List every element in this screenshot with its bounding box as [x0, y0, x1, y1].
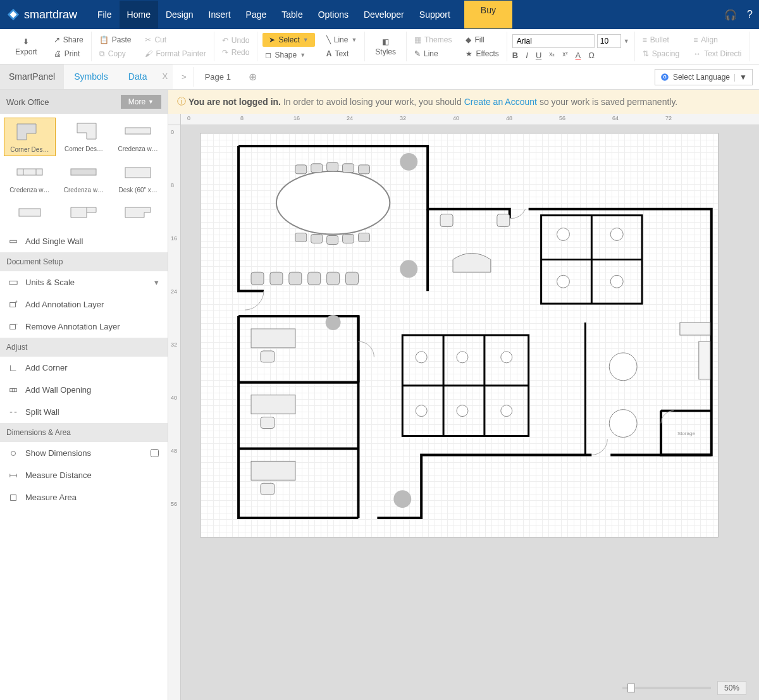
superscript-button[interactable]: x²	[562, 51, 567, 60]
tab-close[interactable]: X	[157, 64, 173, 89]
svg-point-40	[326, 315, 341, 330]
bold-button[interactable]: B	[512, 51, 518, 60]
more-button[interactable]: More▼	[121, 95, 161, 109]
subscript-button[interactable]: x₂	[549, 51, 555, 60]
show-dimensions[interactable]: Show Dimensions	[0, 442, 168, 464]
svg-rect-35	[308, 272, 321, 285]
effects-button[interactable]: ★Effects	[463, 48, 501, 59]
clear-format-button[interactable]: Ω	[588, 51, 595, 60]
add-single-wall[interactable]: Add Single Wall	[0, 230, 168, 252]
direction-icon: ↔	[693, 49, 701, 58]
page-nav-next[interactable]: >	[175, 67, 194, 87]
symbol-credenza-3[interactable]: Credenza w…	[58, 159, 110, 196]
symbol-desk-60[interactable]: Desk (60" x…	[112, 159, 164, 196]
svg-point-21	[276, 171, 390, 235]
split-wall[interactable]: Split Wall	[0, 401, 168, 423]
menu-design[interactable]: Design	[158, 1, 201, 28]
show-dims-checkbox[interactable]	[151, 449, 159, 457]
menu-developer[interactable]: Developer	[356, 1, 412, 28]
font-color-button[interactable]: A	[576, 51, 581, 60]
fill-button[interactable]: ◆Fill	[463, 34, 501, 46]
text-button[interactable]: AText	[324, 48, 360, 59]
headset-icon[interactable]: 🎧	[724, 9, 737, 21]
styles-button[interactable]: ◧ Styles	[370, 35, 401, 59]
add-annotation[interactable]: + Add Annotation Layer	[0, 293, 168, 316]
themes-button[interactable]: ▦Themes	[412, 34, 454, 46]
symbol-extra-1[interactable]	[4, 199, 56, 226]
svg-rect-26	[359, 165, 370, 174]
buy-button[interactable]: Buy	[464, 1, 512, 28]
font-size-input[interactable]	[597, 34, 621, 48]
remove-annotation[interactable]: − Remove Annotation Layer	[0, 316, 168, 338]
paste-button[interactable]: 📋Paste	[97, 34, 134, 46]
menu-options[interactable]: Options	[311, 1, 356, 28]
copy-button[interactable]: ⧉Copy	[97, 48, 134, 59]
menu-file[interactable]: File	[90, 1, 120, 28]
undo-button[interactable]: ↶Undo	[219, 35, 252, 46]
layer-remove-icon: −	[9, 322, 18, 331]
menu-page[interactable]: Page	[238, 1, 275, 28]
select-button[interactable]: ➤Select▼	[262, 33, 314, 47]
redo-button[interactable]: ↷Redo	[219, 47, 252, 58]
menu-home[interactable]: Home	[120, 1, 158, 28]
symbol-credenza-2[interactable]: Credenza w…	[4, 159, 56, 196]
spacing-button[interactable]: ⇅Spacing	[640, 48, 682, 59]
create-account-link[interactable]: Create an Account	[464, 97, 537, 107]
data-tab[interactable]: Data	[118, 64, 157, 89]
smartpanel-tab[interactable]: SmartPanel	[0, 64, 64, 89]
print-button[interactable]: 🖨Print	[51, 48, 86, 59]
zoom-thumb[interactable]	[627, 684, 635, 692]
opening-icon	[9, 386, 18, 395]
language-selector[interactable]: G Select Language |▼	[655, 69, 753, 85]
adjust-header: Adjust	[0, 338, 168, 357]
line-button[interactable]: ╲Line▼	[324, 34, 360, 46]
svg-text:+: +	[15, 300, 18, 304]
line-style-button[interactable]: ✎Line	[412, 48, 454, 59]
page-1-tab[interactable]: Page 1	[194, 65, 242, 89]
symbol-extra-2[interactable]	[58, 199, 110, 226]
units-scale[interactable]: Units & Scale ▾	[0, 271, 168, 293]
floor-plan-drawing[interactable]: Storage	[200, 133, 719, 537]
font-family-input[interactable]	[512, 34, 595, 48]
symbol-credenza-1[interactable]: Credenza w…	[112, 118, 164, 156]
menu-support[interactable]: Support	[412, 1, 458, 28]
cut-button[interactable]: ✂Cut	[142, 34, 208, 46]
measure-area[interactable]: Measure Area	[0, 486, 168, 508]
align-button[interactable]: ≡Align	[691, 34, 744, 46]
symbol-extra-3[interactable]	[112, 199, 164, 226]
share-button[interactable]: ↗Share	[51, 34, 86, 46]
svg-rect-11	[10, 240, 17, 243]
svg-rect-22	[295, 165, 307, 174]
add-page-button[interactable]: ⊕	[242, 66, 263, 88]
help-icon[interactable]: ?	[747, 9, 753, 21]
symbols-tab[interactable]: Symbols	[64, 64, 118, 89]
svg-point-39	[400, 260, 417, 278]
measure-distance[interactable]: Measure Distance	[0, 464, 168, 486]
canvas-viewport[interactable]: 0 8 16 24 32 40 48 56 64 72 0 8 16 24 32…	[168, 114, 759, 700]
canvas-area: ⓘ You are not logged in. In order to avo…	[168, 90, 759, 700]
shape-button[interactable]: ◻Shape▼	[262, 49, 314, 61]
text-direction-button[interactable]: ↔Text Directi	[691, 48, 744, 59]
svg-rect-31	[359, 233, 370, 242]
bullet-button[interactable]: ≡Bullet	[640, 34, 682, 46]
svg-rect-4	[125, 128, 151, 134]
menu-table[interactable]: Table	[274, 1, 310, 28]
add-wall-opening[interactable]: Add Wall Opening	[0, 379, 168, 401]
add-corner[interactable]: Add Corner	[0, 357, 168, 379]
menu-insert[interactable]: Insert	[201, 1, 238, 28]
symbol-grid: Corner Des… Corner Des… Credenza w… Cred…	[0, 114, 168, 230]
svg-rect-43	[497, 214, 510, 227]
zoom-slider[interactable]	[622, 687, 711, 689]
symbol-corner-desk-1[interactable]: Corner Des…	[4, 118, 56, 156]
svg-rect-68	[699, 341, 710, 379]
print-icon: 🖨	[54, 49, 61, 58]
layer-add-icon: +	[9, 300, 18, 309]
library-header: Work Office More▼	[0, 90, 168, 114]
export-button[interactable]: ⬇ Export	[10, 35, 42, 59]
svg-point-19	[11, 451, 16, 455]
underline-button[interactable]: U	[536, 51, 541, 60]
zoom-percent[interactable]: 50%	[717, 681, 746, 695]
symbol-corner-desk-2[interactable]: Corner Des…	[58, 118, 110, 156]
format-painter-button[interactable]: 🖌Format Painter	[142, 48, 208, 59]
italic-button[interactable]: I	[526, 51, 528, 60]
